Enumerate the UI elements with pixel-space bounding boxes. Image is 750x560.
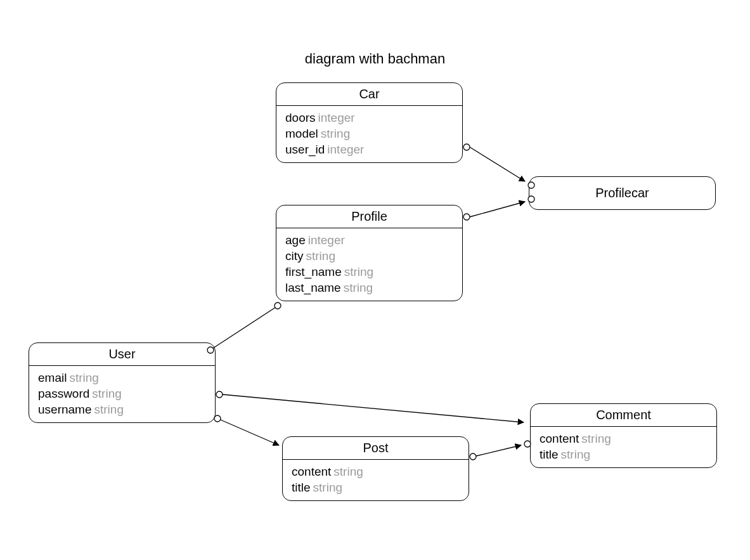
entity-profile-header: Profile xyxy=(276,205,462,228)
rel-user-comment xyxy=(216,391,524,422)
entity-attr: contentstring xyxy=(292,464,460,479)
entity-profilecar: Profilecar xyxy=(529,176,716,210)
entity-user: User emailstring passwordstring username… xyxy=(29,342,216,423)
diagram-title: diagram with bachman xyxy=(0,51,750,67)
svg-line-4 xyxy=(470,202,525,217)
entity-attr: usernamestring xyxy=(38,401,206,417)
entity-user-header: User xyxy=(29,343,215,366)
entity-post: Post contentstring titlestring xyxy=(282,436,469,501)
entity-post-body: contentstring titlestring xyxy=(283,460,469,500)
entity-profile: Profile ageinteger citystring first_name… xyxy=(276,205,463,301)
entity-attr: titlestring xyxy=(292,479,460,495)
rel-user-post xyxy=(214,415,279,445)
entity-attr: emailstring xyxy=(38,370,206,386)
svg-line-14 xyxy=(476,445,521,456)
entity-comment-header: Comment xyxy=(531,404,716,427)
svg-line-10 xyxy=(223,394,524,422)
entity-attr: modelstring xyxy=(285,126,453,141)
svg-point-9 xyxy=(216,391,223,398)
rel-post-comment xyxy=(470,441,531,460)
entity-attr: doorsinteger xyxy=(285,110,453,126)
svg-line-12 xyxy=(221,420,279,445)
entity-profile-body: ageinteger citystring first_namestring l… xyxy=(276,228,462,301)
entity-attr: passwordstring xyxy=(38,386,206,401)
entity-car-body: doorsinteger modelstring user_idinteger xyxy=(276,106,462,162)
entity-attr: first_namestring xyxy=(285,264,453,280)
entity-post-header: Post xyxy=(283,437,469,460)
entity-attr: contentstring xyxy=(540,431,708,446)
rel-car-profilecar xyxy=(463,144,534,188)
entity-user-body: emailstring passwordstring usernamestrin… xyxy=(29,366,215,422)
rel-user-profile xyxy=(207,303,281,353)
entity-attr: titlestring xyxy=(540,446,708,462)
entity-comment-body: contentstring titlestring xyxy=(531,427,716,467)
entity-attr: citystring xyxy=(285,248,453,264)
svg-line-1 xyxy=(470,147,525,181)
entity-attr: ageinteger xyxy=(285,232,453,248)
svg-point-0 xyxy=(463,144,470,150)
svg-point-13 xyxy=(470,453,476,460)
entity-profilecar-header: Profilecar xyxy=(529,177,715,209)
rel-profile-profilecar xyxy=(463,196,534,220)
svg-point-3 xyxy=(463,214,470,220)
entity-car: Car doorsinteger modelstring user_idinte… xyxy=(276,82,463,163)
entity-attr: last_namestring xyxy=(285,280,453,296)
entity-car-header: Car xyxy=(276,83,462,106)
svg-point-8 xyxy=(275,303,281,309)
svg-line-7 xyxy=(213,308,275,348)
entity-attr: user_idinteger xyxy=(285,141,453,157)
entity-comment: Comment contentstring titlestring xyxy=(530,403,717,468)
